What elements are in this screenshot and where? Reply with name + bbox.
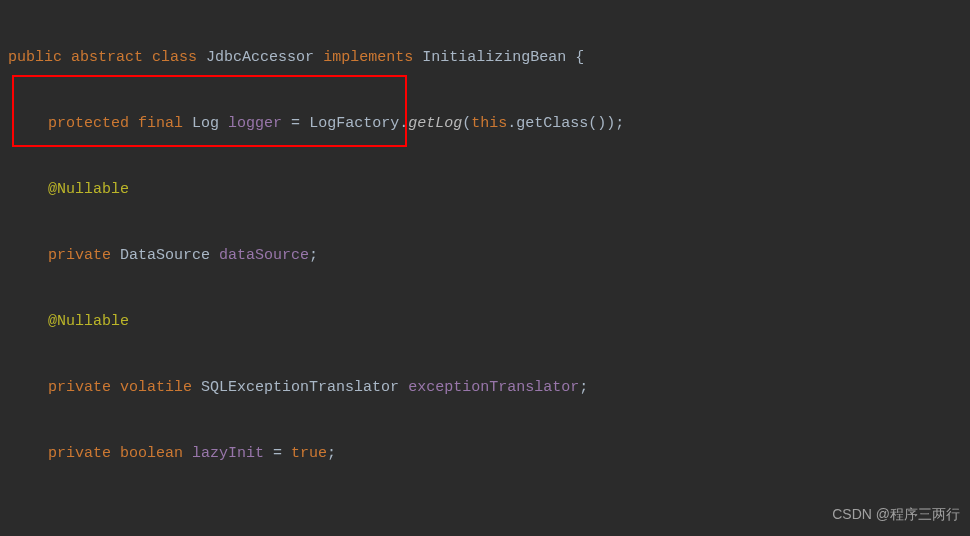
equals: = (264, 445, 291, 462)
paren: ( (462, 115, 471, 132)
method-getclass: getClass (516, 115, 588, 132)
code-line: private volatile SQLExceptionTranslator … (0, 371, 970, 404)
code-line: public abstract class JdbcAccessor imple… (0, 41, 970, 74)
type-datasource: DataSource (120, 247, 210, 264)
code-editor: public abstract class JdbcAccessor imple… (0, 8, 970, 536)
field-exceptiontranslator: exceptionTranslator (408, 379, 579, 396)
keyword-protected: protected (48, 115, 129, 132)
keyword-private: private (48, 445, 111, 462)
parens: ()) (588, 115, 615, 132)
keyword-class: class (152, 49, 197, 66)
annotation-nullable: @Nullable (48, 181, 129, 198)
keyword-private: private (48, 379, 111, 396)
code-line: private DataSource dataSource; (0, 239, 970, 272)
equals: = (282, 115, 309, 132)
field-lazyinit: lazyInit (192, 445, 264, 462)
type-sqltranslator: SQLExceptionTranslator (201, 379, 399, 396)
keyword-this: this (471, 115, 507, 132)
dot: . (399, 115, 408, 132)
keyword-abstract: abstract (71, 49, 143, 66)
code-line: @Nullable (0, 305, 970, 338)
keyword-boolean: boolean (120, 445, 183, 462)
keyword-volatile: volatile (120, 379, 192, 396)
code-line: private boolean lazyInit = true; (0, 437, 970, 470)
field-datasource: dataSource (219, 247, 309, 264)
logfactory: LogFactory (309, 115, 399, 132)
type-log: Log (192, 115, 219, 132)
semi: ; (579, 379, 588, 396)
keyword-true: true (291, 445, 327, 462)
keyword-private: private (48, 247, 111, 264)
class-name: JdbcAccessor (206, 49, 314, 66)
code-line-blank (0, 503, 970, 536)
keyword-final: final (138, 115, 183, 132)
semi: ; (309, 247, 318, 264)
code-line: @Nullable (0, 173, 970, 206)
field-logger: logger (228, 115, 282, 132)
annotation-nullable: @Nullable (48, 313, 129, 330)
method-getlog: getLog (408, 115, 462, 132)
semi: ; (615, 115, 624, 132)
interface-name: InitializingBean (422, 49, 566, 66)
dot: . (507, 115, 516, 132)
semi: ; (327, 445, 336, 462)
watermark-text: CSDN @程序三两行 (832, 499, 960, 530)
code-line: protected final Log logger = LogFactory.… (0, 107, 970, 140)
keyword-implements: implements (323, 49, 413, 66)
keyword-public: public (8, 49, 62, 66)
brace: { (575, 49, 584, 66)
